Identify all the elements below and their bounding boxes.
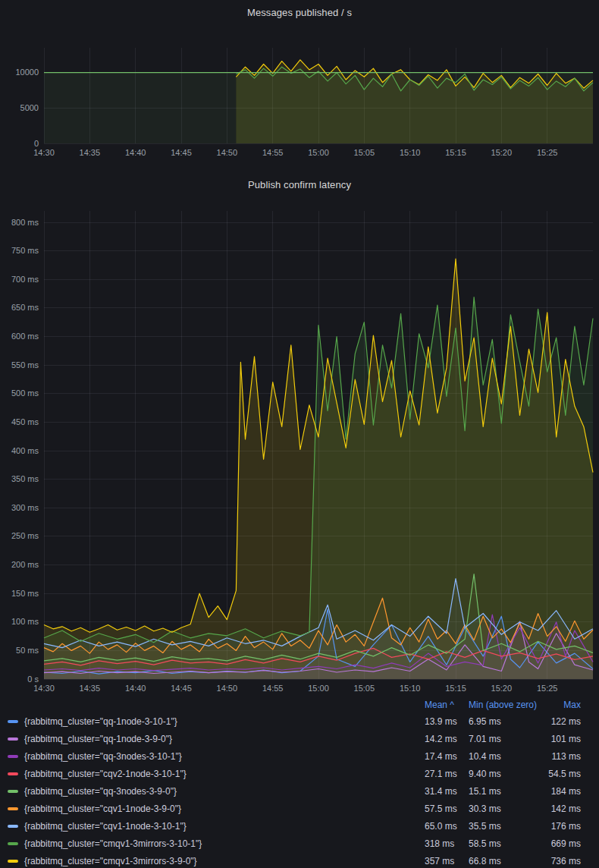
y-tick-label: 750 ms: [11, 246, 39, 255]
legend-min-value: 7.01 ms: [469, 734, 544, 744]
legend-mean-value: 318 ms: [425, 838, 469, 849]
x-tick-label: 15:05: [354, 684, 375, 693]
legend-min-value: 30.3 ms: [469, 804, 544, 814]
y-tick-label: 400 ms: [11, 446, 39, 455]
y-tick-label: 500 ms: [11, 388, 39, 398]
legend-series-cell[interactable]: {rabbitmq_cluster="cqv1-1node-3-10-1"}: [0, 821, 425, 832]
legend-max-value: 101 ms: [544, 734, 581, 744]
legend-min-value: 10.4 ms: [469, 751, 544, 762]
legend-series-cell[interactable]: {rabbitmq_cluster="cmqv1-3mirrors-3-9-0"…: [0, 856, 425, 866]
x-tick-label: 15:20: [491, 684, 513, 693]
legend-row[interactable]: {rabbitmq_cluster="qq-1node-3-9-0"}14.2 …: [0, 730, 599, 747]
x-tick-label: 15:00: [308, 148, 329, 157]
y-tick-label: 350 ms: [11, 474, 39, 483]
x-tick-label: 15:15: [445, 148, 466, 157]
series-label: {rabbitmq_cluster="cqv1-1node-3-10-1"}: [24, 821, 187, 832]
y-tick-label: 300 ms: [11, 503, 39, 512]
publish-confirm-latency-chart[interactable]: 0 s50 ms100 ms150 ms200 ms250 ms300 ms35…: [0, 205, 599, 697]
legend-max-value: 54.5 ms: [544, 769, 581, 779]
legend-row[interactable]: {rabbitmq_cluster="cmqv1-3mirrors-3-10-1…: [0, 835, 599, 852]
y-tick-label: 5000: [20, 103, 39, 112]
legend-header-min[interactable]: Min (above zero): [469, 700, 544, 710]
x-tick-label: 14:35: [80, 684, 101, 693]
legend-mean-value: 357 ms: [425, 856, 469, 866]
series-label: {rabbitmq_cluster="cqv2-1node-3-10-1"}: [24, 769, 187, 779]
series-color-swatch: [8, 772, 18, 775]
x-tick-label: 15:10: [400, 684, 421, 693]
x-tick-label: 14:30: [33, 684, 55, 693]
panel-title-publish-confirm-latency[interactable]: Publish confirm latency: [0, 179, 599, 190]
x-tick-label: 15:25: [537, 684, 558, 693]
x-tick-label: 14:45: [171, 148, 192, 157]
legend-row[interactable]: {rabbitmq_cluster="qq-3nodes-3-9-0"}31.4…: [0, 782, 599, 800]
legend-mean-value: 13.9 ms: [425, 716, 469, 727]
series-label: {rabbitmq_cluster="cqv1-1node-3-9-0"}: [24, 804, 181, 814]
messages-published-chart[interactable]: 050001000014:3014:3514:4014:4514:5014:55…: [0, 30, 599, 161]
x-tick-label: 15:00: [308, 684, 329, 693]
x-tick-label: 15:25: [537, 148, 558, 157]
legend-rows: {rabbitmq_cluster="qq-1node-3-10-1"}13.9…: [0, 712, 599, 868]
x-tick-label: 14:45: [171, 684, 192, 693]
y-tick-label: 800 ms: [11, 218, 39, 227]
series-color-swatch: [8, 737, 18, 741]
series-color-swatch: [8, 842, 18, 845]
y-tick-label: 100 ms: [11, 617, 39, 626]
legend-mean-value: 57.5 ms: [425, 804, 469, 814]
x-tick-label: 15:15: [445, 684, 466, 693]
x-tick-label: 14:50: [217, 684, 238, 693]
legend-header-mean[interactable]: Mean ^: [425, 700, 469, 710]
panel-title-messages-published[interactable]: Messages published / s: [0, 7, 599, 18]
legend-header-row: Mean ^ Min (above zero) Max: [0, 697, 599, 712]
legend-series-cell[interactable]: {rabbitmq_cluster="qq-1node-3-10-1"}: [0, 716, 425, 727]
y-tick-label: 450 ms: [11, 417, 39, 426]
legend-series-cell[interactable]: {rabbitmq_cluster="qq-3nodes-3-10-1"}: [0, 751, 425, 762]
series-color-swatch: [8, 790, 18, 793]
panel-messages-published: Messages published / s 050001000014:3014…: [0, 0, 599, 175]
x-tick-label: 15:05: [354, 148, 375, 157]
legend-series-cell[interactable]: {rabbitmq_cluster="cqv1-1node-3-9-0"}: [0, 804, 425, 814]
legend-series-cell[interactable]: {rabbitmq_cluster="cmqv1-3mirrors-3-10-1…: [0, 838, 425, 849]
y-tick-label: 200 ms: [11, 560, 39, 569]
legend-mean-value: 17.4 ms: [425, 751, 469, 762]
panel-publish-confirm-latency: Publish confirm latency 0 s50 ms100 ms15…: [0, 175, 599, 868]
legend-max-value: 122 ms: [544, 716, 581, 727]
legend-mean-value: 27.1 ms: [425, 769, 469, 779]
legend-row[interactable]: {rabbitmq_cluster="cqv1-1node-3-9-0"}57.…: [0, 800, 599, 817]
legend-row[interactable]: {rabbitmq_cluster="qq-1node-3-10-1"}13.9…: [0, 712, 599, 730]
grafana-dashboard: Messages published / s 050001000014:3014…: [0, 0, 599, 868]
y-tick-label: 50 ms: [16, 646, 39, 655]
legend-max-value: 113 ms: [544, 751, 581, 762]
legend-min-value: 15.1 ms: [469, 786, 544, 797]
y-tick-label: 700 ms: [11, 275, 39, 284]
x-tick-label: 15:10: [400, 148, 421, 157]
x-tick-label: 14:40: [125, 684, 146, 693]
legend-max-value: 184 ms: [544, 786, 581, 797]
legend-max-value: 736 ms: [544, 856, 581, 866]
y-tick-label: 0 s: [27, 675, 39, 684]
x-tick-label: 15:20: [491, 148, 513, 157]
legend-row[interactable]: {rabbitmq_cluster="cqv1-1node-3-10-1"}65…: [0, 817, 599, 835]
y-tick-label: 650 ms: [11, 303, 39, 312]
legend-series-cell[interactable]: {rabbitmq_cluster="cqv2-1node-3-10-1"}: [0, 769, 425, 779]
series-color-swatch: [8, 860, 18, 863]
series-color-swatch: [8, 807, 18, 810]
legend-min-value: 9.40 ms: [469, 769, 544, 779]
series-label: {rabbitmq_cluster="cmqv1-3mirrors-3-10-1…: [24, 838, 202, 849]
legend-row[interactable]: {rabbitmq_cluster="qq-3nodes-3-10-1"}17.…: [0, 747, 599, 765]
legend-row[interactable]: {rabbitmq_cluster="cqv2-1node-3-10-1"}27…: [0, 765, 599, 782]
series-label: {rabbitmq_cluster="qq-1node-3-9-0"}: [24, 734, 172, 744]
legend-row[interactable]: {rabbitmq_cluster="cmqv1-3mirrors-3-9-0"…: [0, 852, 599, 868]
legend-table: Mean ^ Min (above zero) Max {rabbitmq_cl…: [0, 697, 599, 868]
y-tick-label: 250 ms: [11, 531, 39, 540]
legend-min-value: 35.5 ms: [469, 821, 544, 832]
series-color-swatch: [8, 755, 18, 758]
legend-min-value: 6.95 ms: [469, 716, 544, 727]
x-tick-label: 14:50: [217, 148, 238, 157]
series-label: {rabbitmq_cluster="qq-3nodes-3-10-1"}: [24, 751, 182, 762]
legend-series-cell[interactable]: {rabbitmq_cluster="qq-1node-3-9-0"}: [0, 734, 425, 744]
legend-series-cell[interactable]: {rabbitmq_cluster="qq-3nodes-3-9-0"}: [0, 786, 425, 797]
series-label: {rabbitmq_cluster="qq-1node-3-10-1"}: [24, 716, 177, 727]
legend-header-max[interactable]: Max: [544, 700, 581, 710]
legend-max-value: 142 ms: [544, 804, 581, 814]
legend-min-value: 58.5 ms: [469, 838, 544, 849]
